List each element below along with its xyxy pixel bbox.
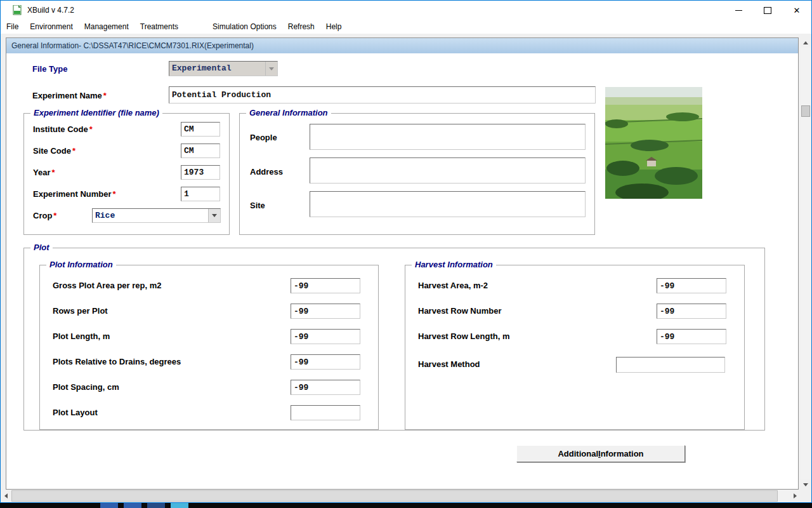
harvest-information-group: Harvest Information Harvest Area, m-2 Ha… [405, 265, 745, 430]
scroll-up-button[interactable] [801, 37, 811, 48]
taskbar-icon[interactable] [100, 503, 118, 508]
crop-select[interactable]: Rice [92, 208, 221, 223]
menu-refresh[interactable]: Refresh [282, 22, 320, 31]
site-code-label: Site Code* [33, 146, 75, 156]
horizontal-scrollbar[interactable] [1, 490, 801, 502]
people-label: People [250, 133, 277, 142]
crop-label: Crop* [33, 211, 56, 220]
site-label: Site [250, 201, 265, 210]
menu-treatments[interactable]: Treatments [134, 22, 184, 31]
file-type-chevron-down-icon[interactable] [265, 62, 277, 76]
scroll-left-button[interactable] [1, 490, 11, 502]
year-input[interactable] [181, 165, 220, 180]
window-controls: ✕ [724, 1, 811, 20]
harvest-row-number-input[interactable] [657, 304, 726, 319]
site-input[interactable] [310, 191, 586, 217]
menubar: File Environment Management Treatments S… [1, 20, 811, 34]
menu-management[interactable]: Management [79, 22, 134, 31]
plot-information-group-title: Plot Information [46, 260, 116, 269]
harvest-information-group-title: Harvest Information [412, 260, 496, 269]
file-type-label: File Type [32, 64, 67, 74]
scrollbar-corner [801, 490, 811, 502]
harvest-area-label: Harvest Area, m-2 [418, 281, 488, 290]
plot-length-label: Plot Length, m [53, 331, 110, 341]
general-information-window: General Information- C:\DSSAT47\RICE\CMC… [6, 37, 799, 490]
plot-group-title: Plot [30, 243, 53, 252]
taskbar-icon[interactable] [171, 503, 188, 508]
close-button[interactable]: ✕ [782, 1, 811, 20]
plots-relative-drains-input[interactable] [291, 354, 360, 370]
maximize-button[interactable] [753, 1, 782, 20]
taskbar-strip [0, 503, 812, 508]
xbuild-window: XBuild v 4.7.2 ✕ File Environment Manage… [0, 0, 812, 503]
year-label: Year* [33, 168, 55, 177]
crop-chevron-down-icon[interactable] [208, 209, 220, 222]
horizontal-scroll-thumb[interactable] [11, 490, 778, 502]
harvest-method-input[interactable] [616, 357, 725, 373]
scroll-up-icon [803, 41, 808, 44]
screen: XBuild v 4.7.2 ✕ File Environment Manage… [0, 0, 812, 508]
experiment-identifier-group-title: Experiment Identifier (file name) [30, 108, 162, 117]
file-type-value: Experimental [169, 62, 265, 76]
file-type-select[interactable]: Experimental [169, 61, 278, 76]
vertical-scrollbar[interactable] [801, 37, 811, 490]
minimize-button[interactable] [724, 1, 753, 20]
harvest-row-number-label: Harvest Row Number [418, 306, 501, 316]
harvest-method-label: Harvest Method [418, 359, 480, 369]
address-input[interactable] [310, 157, 586, 184]
plots-relative-drains-label: Plots Relative to Drains, degrees [53, 357, 181, 366]
taskbar-icon[interactable] [147, 503, 165, 508]
additional-information-button[interactable]: Additional Information [516, 445, 685, 462]
address-label: Address [250, 167, 283, 177]
xbuild-app-icon [13, 5, 23, 15]
vertical-scroll-thumb[interactable] [801, 105, 810, 117]
menu-simulation-options[interactable]: Simulation Options [207, 22, 282, 31]
taskbar-icon[interactable] [124, 503, 141, 508]
window-title: XBuild v 4.7.2 [27, 6, 74, 15]
harvest-row-length-label: Harvest Row Length, m [418, 331, 509, 341]
institute-code-input[interactable] [181, 122, 220, 137]
scroll-right-icon [794, 493, 797, 498]
document-caption-bar[interactable]: General Information- C:\DSSAT47\RICE\CMC… [6, 38, 798, 54]
crop-value: Rice [93, 209, 208, 222]
institute-code-label: Institute Code* [33, 124, 93, 134]
minimize-icon [735, 10, 742, 11]
scroll-right-button[interactable] [790, 490, 801, 502]
plot-information-group: Plot Information Gross Plot Area per rep… [39, 265, 379, 430]
rows-per-plot-input[interactable] [291, 304, 360, 319]
experiment-name-label: Experiment Name* [32, 91, 107, 100]
plot-spacing-input[interactable] [291, 380, 360, 395]
general-information-group: General Information People Address Site [239, 113, 595, 235]
form-area: File Type Experimental Experiment Name* [6, 53, 798, 489]
experiment-number-input[interactable] [181, 187, 220, 201]
plot-spacing-label: Plot Spacing, cm [53, 382, 119, 392]
gross-plot-area-label: Gross Plot Area per rep, m2 [53, 281, 161, 290]
titlebar[interactable]: XBuild v 4.7.2 ✕ [1, 1, 811, 20]
harvest-row-length-input[interactable] [657, 329, 726, 344]
scroll-down-button[interactable] [801, 479, 811, 490]
general-information-group-title: General Information [246, 108, 331, 117]
document-caption: General Information- C:\DSSAT47\RICE\CMC… [11, 41, 254, 50]
menu-help[interactable]: Help [320, 22, 348, 31]
gross-plot-area-input[interactable] [291, 278, 360, 293]
scroll-left-icon [4, 493, 8, 498]
scroll-down-icon [803, 483, 808, 486]
experiment-name-input[interactable] [169, 86, 596, 104]
rows-per-plot-label: Rows per Plot [53, 306, 108, 316]
menu-environment[interactable]: Environment [24, 22, 78, 31]
site-code-input[interactable] [181, 144, 220, 158]
close-icon: ✕ [794, 6, 801, 15]
plot-group: Plot Plot Information Gross Plot Area pe… [23, 248, 765, 431]
people-input[interactable] [310, 124, 586, 150]
plot-layout-label: Plot Layout [53, 408, 98, 417]
mdi-client: General Information- C:\DSSAT47\RICE\CMC… [1, 34, 811, 502]
maximize-icon [764, 7, 771, 14]
experiment-identifier-group: Experiment Identifier (file name) Instit… [23, 113, 230, 235]
plot-layout-input[interactable] [291, 405, 360, 420]
landscape-photo [605, 87, 702, 199]
menu-file[interactable]: File [1, 22, 24, 31]
experiment-number-label: Experiment Number* [33, 189, 116, 199]
harvest-area-input[interactable] [657, 278, 726, 293]
plot-length-input[interactable] [291, 329, 360, 344]
